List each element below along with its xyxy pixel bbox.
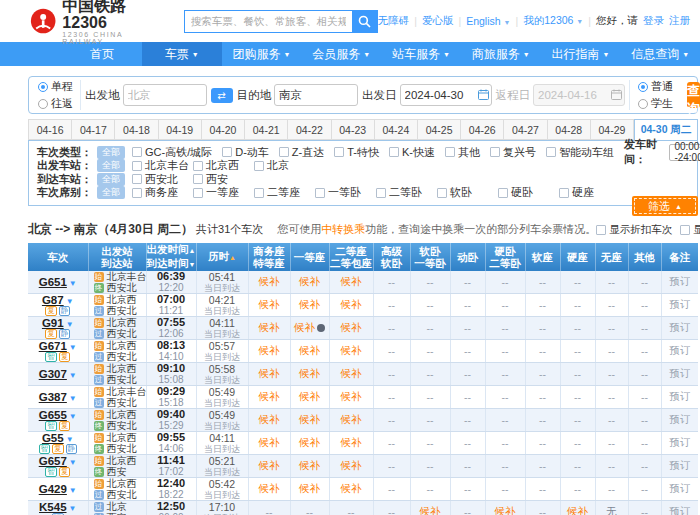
date-tab-04-24[interactable]: 04-24: [375, 119, 418, 140]
radio-round-trip[interactable]: 往返: [38, 96, 73, 111]
register-link[interactable]: 注册: [669, 14, 690, 28]
seat-availability[interactable]: 候补: [259, 275, 280, 287]
seat-availability[interactable]: 候补: [495, 505, 516, 515]
chevron-down-icon[interactable]: ▼: [69, 486, 77, 495]
date-tab-04-25[interactable]: 04-25: [418, 119, 461, 140]
swap-stations-icon[interactable]: ⇄: [211, 88, 233, 103]
date-tab-04-22[interactable]: 04-22: [288, 119, 331, 140]
nav-item-group-services[interactable]: 团购服务▼: [222, 42, 302, 66]
seat-availability[interactable]: 候补: [299, 367, 320, 379]
col-header[interactable]: 出发时间▲到达时间▼: [146, 243, 196, 271]
seat-availability[interactable]: 候补: [299, 436, 320, 448]
nav-item-travel-guide[interactable]: 出行指南▼: [541, 42, 621, 66]
filter-button[interactable]: 筛选 ▲: [632, 196, 698, 216]
depart-date-input[interactable]: [400, 84, 492, 106]
chevron-down-icon[interactable]: ▼: [66, 435, 74, 444]
seat-availability[interactable]: 候补: [259, 367, 280, 379]
nav-item-home[interactable]: 首页: [62, 42, 142, 66]
nav-item-business-services[interactable]: 商旅服务▼: [461, 42, 541, 66]
filter-option[interactable]: 智能动车组: [546, 145, 614, 160]
train-number-link[interactable]: G429: [39, 483, 67, 495]
seat-availability[interactable]: 候补: [341, 275, 362, 287]
filter-option[interactable]: 复兴号: [490, 145, 536, 160]
chevron-down-icon[interactable]: ▼: [69, 394, 77, 403]
filter-option[interactable]: 一等卧: [315, 185, 376, 200]
train-number-link[interactable]: G387: [39, 391, 67, 403]
date-tab-04-20[interactable]: 04-20: [202, 119, 245, 140]
radio-student[interactable]: 学生: [638, 96, 673, 111]
date-tab-04-16[interactable]: 04-16: [28, 119, 72, 140]
nav-item-tickets[interactable]: 车票▼: [142, 42, 222, 66]
seat-availability[interactable]: 候补: [341, 390, 362, 402]
seat-availability[interactable]: 候补: [341, 482, 362, 494]
seat-availability[interactable]: 候补: [259, 344, 280, 356]
date-tab-04-28[interactable]: 04-28: [548, 119, 591, 140]
seat-availability[interactable]: 候补: [259, 459, 280, 471]
select-all-button[interactable]: 全部: [97, 146, 125, 159]
date-tab-04-19[interactable]: 04-19: [159, 119, 202, 140]
select-all-button[interactable]: 全部: [97, 186, 125, 199]
filter-option[interactable]: 软卧: [437, 185, 498, 200]
train-number-link[interactable]: G655: [39, 409, 67, 421]
train-number-link[interactable]: G55: [42, 432, 64, 444]
seat-availability[interactable]: 候补: [299, 390, 320, 402]
train-number-link[interactable]: G91: [42, 317, 64, 329]
seat-availability[interactable]: 候补: [259, 436, 280, 448]
seat-availability[interactable]: 候补: [567, 505, 588, 515]
filter-option[interactable]: 硬卧: [498, 185, 559, 200]
seat-availability[interactable]: 候补: [294, 321, 315, 333]
top-link-care-version[interactable]: 爱心版: [422, 14, 454, 28]
seat-availability[interactable]: 候补: [341, 436, 362, 448]
chevron-down-icon[interactable]: ▼: [69, 343, 77, 352]
date-tab-04-21[interactable]: 04-21: [245, 119, 288, 140]
date-tab-04-17[interactable]: 04-17: [72, 119, 115, 140]
radio-normal[interactable]: 普通: [638, 79, 673, 94]
search-input[interactable]: [184, 10, 352, 33]
filter-option[interactable]: 硬座: [559, 185, 620, 200]
chevron-down-icon[interactable]: ▼: [69, 458, 77, 467]
seat-availability[interactable]: 候补: [341, 298, 362, 310]
seat-availability[interactable]: 候补: [341, 344, 362, 356]
seat-availability[interactable]: 候补: [259, 321, 280, 333]
train-number-link[interactable]: G87: [42, 294, 64, 306]
filter-option[interactable]: 一等座: [193, 185, 254, 200]
seat-availability[interactable]: 候补: [259, 482, 280, 494]
seat-availability[interactable]: 候补: [299, 298, 320, 310]
seat-availability[interactable]: 候补: [299, 344, 320, 356]
chevron-down-icon[interactable]: ▼: [69, 504, 77, 513]
select-all-button[interactable]: 全部: [97, 173, 125, 186]
seat-availability[interactable]: 候补: [341, 459, 362, 471]
seat-availability[interactable]: 候补: [341, 413, 362, 425]
top-link-accessibility[interactable]: 无障碍: [378, 14, 410, 28]
chevron-down-icon[interactable]: ▼: [66, 320, 74, 329]
select-all-button[interactable]: 全部: [97, 159, 125, 172]
top-link-english[interactable]: English ▼: [466, 15, 510, 27]
seat-availability[interactable]: 候补: [341, 367, 362, 379]
display-filter-option[interactable]: 显示折扣车次: [596, 223, 672, 237]
seat-availability[interactable]: 候补: [259, 413, 280, 425]
top-link-my-12306[interactable]: 我的12306 ▼: [523, 14, 583, 28]
train-number-link[interactable]: G657: [39, 455, 67, 467]
train-number-link[interactable]: G307: [39, 368, 67, 380]
seat-availability[interactable]: 候补: [299, 459, 320, 471]
col-header[interactable]: 历时▲: [196, 243, 248, 271]
seat-availability[interactable]: 候补: [299, 413, 320, 425]
seat-availability[interactable]: 候补: [420, 505, 441, 515]
seat-availability[interactable]: 候补: [299, 275, 320, 287]
filter-option[interactable]: 北京: [254, 158, 315, 173]
nav-item-info-query[interactable]: 信息查询▼: [620, 42, 700, 66]
display-filter-option[interactable]: 显示积分兑换车次: [680, 223, 700, 237]
filter-option[interactable]: K-快速: [389, 145, 435, 160]
seat-availability[interactable]: 候补: [299, 482, 320, 494]
nav-item-member-services[interactable]: 会员服务▼: [301, 42, 381, 66]
train-number-link[interactable]: G651: [39, 276, 67, 288]
chevron-down-icon[interactable]: ▼: [69, 412, 77, 421]
date-tab-04-26[interactable]: 04-26: [461, 119, 504, 140]
date-tab-04-27[interactable]: 04-27: [504, 119, 547, 140]
query-button[interactable]: 查询: [687, 82, 700, 108]
filter-option[interactable]: 商务座: [132, 185, 193, 200]
filter-option[interactable]: 二等座: [254, 185, 315, 200]
date-tab-04-23[interactable]: 04-23: [332, 119, 375, 140]
logo[interactable]: 中国铁路12306 12306 CHINA RAILWAY: [30, 0, 158, 45]
to-input[interactable]: [274, 84, 358, 106]
